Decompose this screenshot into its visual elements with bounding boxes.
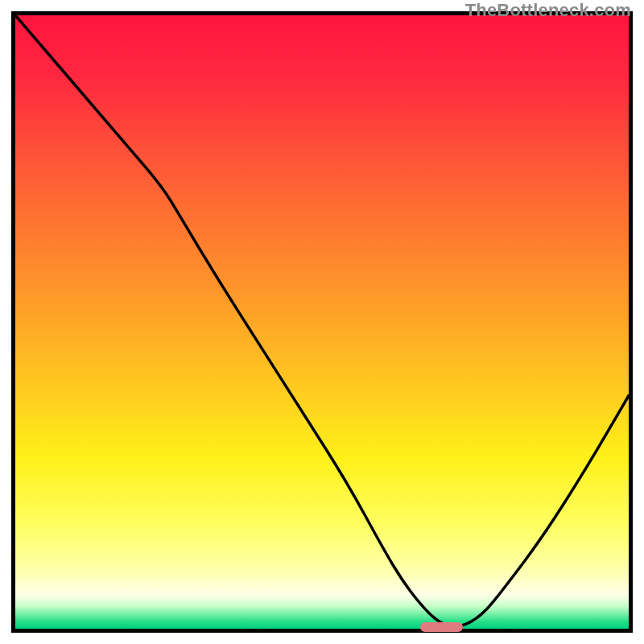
plot-frame [11, 11, 633, 633]
watermark-text: TheBottleneck.com [465, 0, 631, 21]
plot-area [15, 15, 629, 629]
optimal-marker [420, 622, 463, 632]
heatmap-background [15, 15, 629, 629]
chart-stage: TheBottleneck.com [0, 0, 644, 644]
chart-svg [15, 15, 629, 629]
